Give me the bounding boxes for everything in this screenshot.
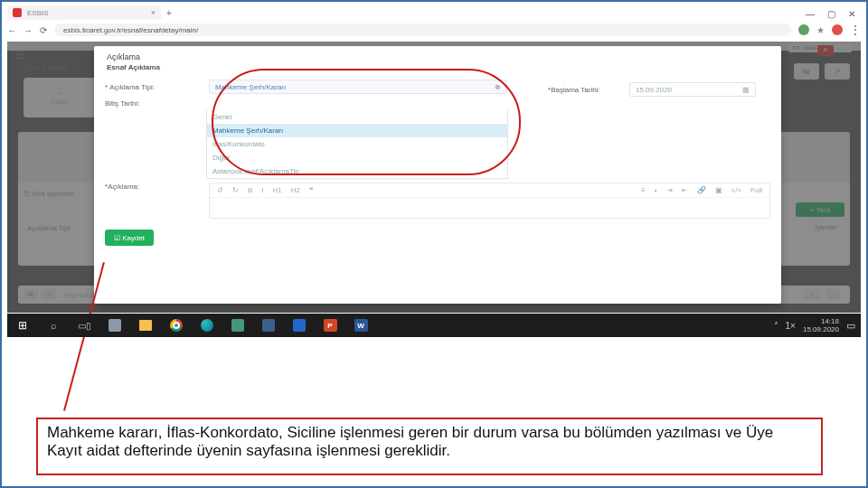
extension-icon[interactable] — [798, 24, 809, 35]
h1-button[interactable]: H1 — [273, 186, 282, 194]
nav-forward-icon[interactable]: → — [24, 25, 33, 35]
dropdown-option[interactable]: Diğer — [207, 151, 507, 164]
date-text: 15.09.2020 — [803, 325, 839, 333]
indent-icon[interactable]: ⇥ — [666, 186, 673, 194]
window-minimize-icon[interactable]: — — [806, 9, 815, 19]
modal-dialog: Açıklama Esnaf Açıklama *Açıklama Tipi: … — [94, 46, 781, 304]
tab-close-icon[interactable]: × — [151, 8, 156, 17]
type-dropdown: Genel Mahkeme Şerh/Kararı İflas/Konkorda… — [206, 110, 508, 179]
time-text: 14:18 — [803, 317, 839, 325]
calendar-icon: ▦ — [742, 86, 750, 94]
save-button[interactable]: ☑ Kaydet — [105, 230, 154, 246]
profile-avatar[interactable] — [832, 24, 843, 35]
taskview-icon[interactable]: ▭▯ — [78, 321, 91, 331]
start-date-input[interactable]: 15.09.2020 ▦ — [629, 82, 756, 97]
favicon — [13, 8, 22, 17]
tab-strip: ESBIS × + — [7, 5, 861, 20]
window-maximize-icon[interactable]: ▢ — [827, 9, 835, 19]
dropdown-option[interactable]: Genel — [207, 110, 507, 124]
tab-title: ESBIS — [27, 9, 49, 17]
h2-button[interactable]: H2 — [291, 186, 300, 194]
file-explorer-icon[interactable] — [139, 320, 152, 331]
redo-icon[interactable]: ↻ — [232, 186, 239, 194]
address-row: ← → ⟳ esbis.ticaret.gov.tr/esnaf/esnafde… — [7, 22, 861, 38]
ul-icon[interactable]: • — [655, 186, 657, 194]
undo-icon[interactable]: ↺ — [217, 186, 223, 194]
browser-tab[interactable]: ESBIS × — [7, 5, 161, 20]
date-value: 15.09.2020 — [636, 86, 672, 94]
windows-taskbar: ⊞ ⌕ ▭▯ P W ˄ 1× 14:18 15.09.2020 ▭ — [7, 314, 861, 337]
taskbar-app-icon[interactable] — [231, 319, 244, 332]
select-value: Mahkeme Şerh/Kararı — [215, 83, 286, 91]
field-label: Başlama Tarihi: — [551, 86, 600, 94]
bold-button[interactable]: B — [248, 186, 252, 194]
fullscreen-button[interactable]: Full — [750, 186, 762, 194]
link-icon[interactable]: 🔗 — [697, 186, 706, 194]
type-select[interactable]: Mahkeme Şerh/Kararı ⊗ — [209, 80, 507, 94]
taskbar-app-icon[interactable] — [108, 319, 121, 332]
field-label: Bitiş Tarihi: — [105, 99, 140, 108]
modal-title: Açıklama — [94, 46, 781, 61]
extension-icon[interactable]: ★ — [816, 25, 825, 35]
taskbar-app-icon[interactable] — [262, 319, 275, 332]
outdent-icon[interactable]: ⇤ — [682, 186, 688, 194]
chevron-down-icon: ⊗ — [495, 83, 501, 91]
italic-button[interactable]: I — [261, 186, 263, 194]
powerpoint-icon[interactable]: P — [324, 319, 337, 332]
annotation-note: Mahkeme kararı, İflas-Konkordato, Sicili… — [36, 418, 823, 475]
dropdown-option[interactable]: İflas/Konkordato — [207, 137, 507, 151]
nav-reload-icon[interactable]: ⟳ — [40, 25, 47, 35]
word-icon[interactable]: W — [354, 319, 368, 332]
taskbar-app-icon[interactable] — [293, 319, 306, 332]
edge-icon[interactable] — [201, 319, 213, 332]
quote-icon[interactable]: ❝ — [309, 186, 313, 194]
field-label: Açıklama: — [108, 183, 139, 191]
chrome-icon[interactable] — [170, 319, 183, 332]
notification-icon[interactable]: ▭ — [846, 320, 855, 332]
dropdown-option[interactable]: Mahkeme Şerh/Kararı — [207, 124, 507, 137]
start-icon[interactable]: ⊞ — [18, 319, 27, 332]
app-viewport: ☰ T.K. ODACI × Esnaf Detay ⇆ ↗ + Yükle ☷… — [7, 42, 861, 313]
window-close-icon[interactable]: ✕ — [848, 9, 855, 19]
browser-chrome: ESBIS × + ← → ⟳ esbis.ticaret.gov.tr/esn… — [7, 5, 861, 36]
new-tab-button[interactable]: + — [166, 8, 172, 18]
network-icon[interactable]: 1× — [786, 321, 796, 331]
image-icon[interactable]: ▣ — [715, 186, 722, 194]
ol-icon[interactable]: ≡ — [641, 186, 646, 194]
nav-back-icon[interactable]: ← — [7, 25, 16, 35]
tray-up-icon[interactable]: ˄ — [774, 321, 778, 331]
dropdown-option[interactable]: AstanooEsnaf/AçıklamaTip — [207, 164, 507, 178]
code-icon[interactable]: </> — [731, 186, 742, 194]
clock[interactable]: 14:18 15.09.2020 — [803, 317, 839, 333]
browser-menu-icon[interactable]: ⋮ — [850, 23, 861, 36]
address-bar[interactable]: esbis.ticaret.gov.tr/esnaf/esnafdetay/ma… — [54, 23, 791, 36]
rich-text-editor[interactable]: ↺ ↻ B I H1 H2 ❝ ≡ • ⇥ ⇤ 🔗 ▣ </ — [209, 183, 770, 219]
field-label: Açıklama Tipi: — [109, 83, 155, 91]
search-icon[interactable]: ⌕ — [51, 320, 57, 331]
modal-subtitle: Esnaf Açıklama — [94, 61, 781, 77]
